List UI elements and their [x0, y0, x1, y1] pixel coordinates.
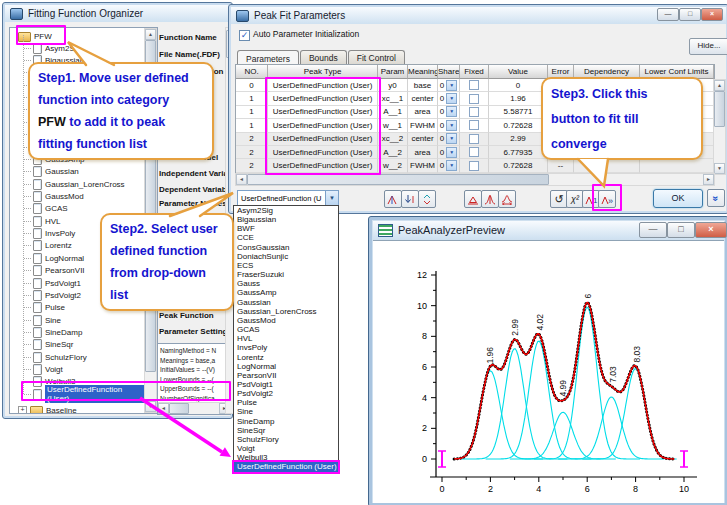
share-cell[interactable]: 0▼ — [438, 92, 460, 105]
table-cell[interactable]: 2.99 — [489, 133, 548, 146]
column-header[interactable]: Meaning — [408, 65, 438, 79]
ok-button[interactable]: OK — [653, 189, 703, 208]
table-cell[interactable]: 2 — [236, 146, 268, 159]
dropdown-item[interactable]: InvsPoly — [234, 343, 338, 352]
table-vscrollbar[interactable]: ▲ ▼ — [713, 79, 726, 175]
table-cell[interactable]: w__1 — [378, 119, 408, 132]
peak-width-button[interactable] — [498, 190, 516, 208]
scroll-left-icon[interactable]: ◄ — [236, 174, 247, 185]
table-cell[interactable]: A__2 — [378, 146, 408, 159]
share-cell[interactable]: 0▼ — [438, 79, 460, 92]
table-cell[interactable]: 0.72628 — [489, 159, 548, 172]
table-cell[interactable]: 0 — [489, 79, 548, 92]
toggle-details-button[interactable]: » — [707, 189, 725, 207]
column-header[interactable]: Fixed — [460, 65, 489, 79]
table-cell[interactable]: 2 — [236, 159, 268, 172]
dropdown-item[interactable]: SineSqr — [234, 426, 338, 435]
table-cell[interactable]: 1 — [236, 92, 268, 105]
tree-item[interactable]: Sine — [10, 314, 146, 326]
fixed-checkbox[interactable] — [460, 79, 489, 92]
dropdown-item[interactable]: Sine — [234, 407, 338, 416]
tree-item[interactable]: Gaussian_LorenCross — [10, 178, 146, 190]
table-cell[interactable]: xc__2 — [378, 133, 408, 146]
table-cell[interactable]: 1.96 — [489, 92, 548, 105]
dropdown-item[interactable]: GaussMod — [234, 316, 338, 325]
fixed-checkbox[interactable] — [460, 106, 489, 119]
dropdown-item[interactable]: BWF — [234, 224, 338, 233]
dropdown-item[interactable]: GCAS — [234, 325, 338, 334]
restore-button[interactable]: □ — [667, 222, 695, 238]
tree-item[interactable]: SchulzFlory — [10, 351, 146, 363]
dropdown-item[interactable]: Lorentz — [234, 353, 338, 362]
close-button[interactable]: × — [701, 8, 723, 21]
table-cell[interactable]: 0 — [236, 79, 268, 92]
table-cell[interactable] — [640, 159, 714, 172]
expand-icon[interactable]: + — [18, 406, 27, 414]
reorder-peaks-button[interactable] — [418, 190, 436, 208]
dropdown-item[interactable]: Asym2Sig — [234, 206, 338, 215]
auto-parameter-checkbox[interactable]: ✓ — [239, 30, 250, 41]
organizer-titlebar[interactable]: Fitting Function Organizer — [5, 5, 230, 22]
column-header[interactable]: Param — [378, 65, 408, 79]
dropdown-item[interactable]: Voigt — [234, 444, 338, 453]
table-cell[interactable]: xc__1 — [378, 92, 408, 105]
tab-parameters[interactable]: Parameters — [237, 50, 299, 65]
scroll-up-icon[interactable]: ▲ — [145, 29, 156, 40]
table-cell[interactable]: center — [408, 92, 438, 105]
minimize-button[interactable]: — — [639, 222, 667, 238]
scroll-thumb[interactable] — [247, 174, 549, 185]
hide-button[interactable]: Hide... — [689, 38, 727, 55]
dropdown-item[interactable]: ECS — [234, 261, 338, 270]
table-cell[interactable]: 5.58771 — [489, 106, 548, 119]
dropdown-item[interactable]: FraserSuzuki — [234, 270, 338, 279]
table-cell[interactable]: y0 — [378, 79, 408, 92]
column-header[interactable]: Value — [489, 65, 548, 79]
dropdown-item[interactable]: PsdVoigt2 — [234, 389, 338, 398]
dropdown-item[interactable]: Pulse — [234, 398, 338, 407]
dropdown-item[interactable]: Weibull3 — [234, 453, 338, 462]
scroll-down-icon[interactable]: ▼ — [145, 401, 156, 412]
tree-item[interactable]: GaussMod — [10, 190, 146, 202]
dropdown-item[interactable]: DoniachSunjic — [234, 252, 338, 261]
dropdown-item[interactable]: GaussAmp — [234, 288, 338, 297]
dropdown-item[interactable]: Gaussian_LorenCross — [234, 307, 338, 316]
column-header[interactable]: NO. — [236, 65, 268, 79]
dropdown-item[interactable]: Gaussian — [234, 298, 338, 307]
table-cell[interactable]: FWHM — [408, 159, 438, 172]
dialog-titlebar[interactable]: Peak Fit Parameters — [231, 7, 726, 24]
fixed-checkbox[interactable] — [460, 92, 489, 105]
dropdown-item[interactable]: SchulzFlory — [234, 435, 338, 444]
table-cell[interactable]: FWHM — [408, 119, 438, 132]
share-cell[interactable]: 0▼ — [438, 119, 460, 132]
dropdown-item[interactable]: CCE — [234, 233, 338, 242]
sort-peaks-button[interactable] — [401, 190, 419, 208]
chevron-down-icon[interactable]: ▼ — [325, 191, 338, 206]
fixed-checkbox[interactable] — [460, 119, 489, 132]
table-cell[interactable]: 1 — [236, 119, 268, 132]
table-cell[interactable]: 1 — [236, 106, 268, 119]
scroll-left-icon[interactable]: ◄ — [158, 403, 169, 414]
table-cell[interactable]: area — [408, 146, 438, 159]
settings-hscrollbar[interactable]: ◄ ► — [158, 402, 230, 414]
scroll-down-icon[interactable]: ▼ — [714, 163, 725, 174]
table-cell[interactable]: 6.77935 — [489, 146, 548, 159]
share-cell[interactable]: 0▼ — [438, 133, 460, 146]
dropdown-item[interactable]: PearsonVII — [234, 371, 338, 380]
dropdown-item[interactable]: LogNormal — [234, 362, 338, 371]
close-button[interactable]: × — [695, 222, 727, 238]
table-cell[interactable]: base — [408, 79, 438, 92]
column-header[interactable]: Share — [438, 65, 460, 79]
table-cell[interactable] — [574, 159, 640, 172]
tree-item[interactable]: Voigt — [10, 363, 146, 375]
scroll-up-icon[interactable]: ▲ — [714, 80, 725, 91]
dropdown-item[interactable]: UserDefinedFunction (User) — [234, 462, 338, 471]
tree-item-baseline[interactable]: + Baseline — [12, 404, 77, 414]
dropdown-item[interactable]: SineDamp — [234, 417, 338, 426]
table-cell[interactable]: -- — [548, 159, 574, 172]
initialize-peaks-button[interactable] — [384, 190, 402, 208]
minimize-button[interactable]: — — [657, 8, 679, 21]
fixed-checkbox[interactable] — [460, 133, 489, 146]
scroll-right-icon[interactable]: ► — [703, 174, 714, 185]
table-cell[interactable]: 0.72628 — [489, 119, 548, 132]
dropdown-item[interactable]: Bigaussian — [234, 215, 338, 224]
